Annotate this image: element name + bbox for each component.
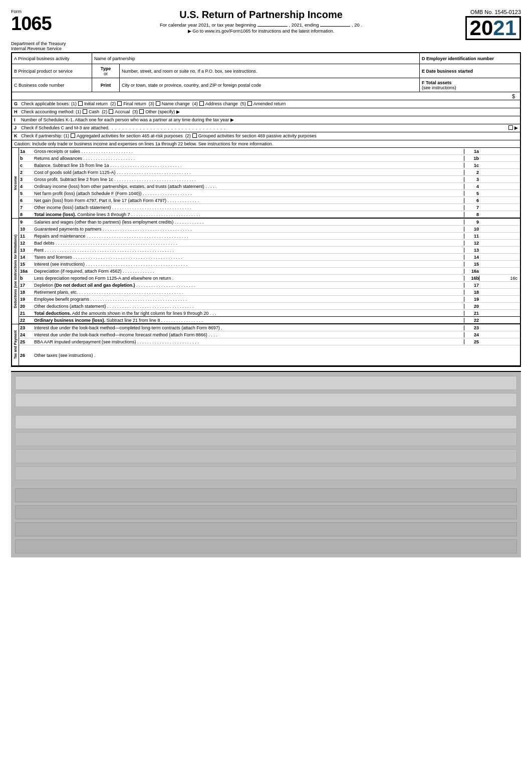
cal-year-20: , 20 xyxy=(352,22,360,28)
signature-area xyxy=(11,371,521,557)
line-10-num: 10 xyxy=(20,227,34,232)
line-1a: 1a Gross receipts or sales . . . . . . .… xyxy=(19,148,520,155)
field-a-name-cell[interactable]: Name of partnership xyxy=(92,53,420,64)
check-j-letter: J xyxy=(14,125,21,130)
form-number: 1065 xyxy=(11,14,71,33)
line-10-ref: 10 xyxy=(464,227,479,232)
field-a-label: A Principal business activity xyxy=(14,56,90,61)
line-16a-text: Depreciation (if required, attach Form 4… xyxy=(34,269,464,274)
field-c-print: Print xyxy=(101,83,111,88)
check-h-row: H Check accounting method: (1) Cash (2) … xyxy=(12,108,520,116)
check-k-2: (2) xyxy=(185,133,191,138)
line-13: 13 Rent . . . . . . . . . . . . . . . . … xyxy=(19,247,520,254)
dollar-sign: $ xyxy=(512,93,515,99)
field-c-label-cell: C Business code number xyxy=(12,78,92,92)
sig-line-8 xyxy=(15,505,517,519)
line-25-num: 25 xyxy=(20,339,34,344)
check-g-5: (5) xyxy=(240,101,246,106)
line-16b-text: Less depreciation reported on Form 1125-… xyxy=(34,276,464,281)
field-a-label-cell: A Principal business activity xyxy=(12,53,92,64)
line-6-num: 6 xyxy=(20,198,34,203)
line-1c: c Balance. Subtract line 1b from line 1a… xyxy=(19,162,520,169)
line-11-text: Repairs and maintenance . . . . . . . . … xyxy=(34,234,464,239)
line-7: 7 Other income (loss) (attach statement)… xyxy=(19,204,520,211)
check-k-agg-box[interactable] xyxy=(71,133,75,138)
check-k-agg: Aggregated activities for section 465 at… xyxy=(77,133,183,138)
check-g-address-box[interactable] xyxy=(199,101,204,106)
check-j-box[interactable] xyxy=(508,125,513,130)
check-g-name-box[interactable] xyxy=(156,101,160,106)
line-16b-amount: 16c xyxy=(479,276,519,281)
sig-line-7 xyxy=(15,488,517,502)
line-2-num: 2 xyxy=(20,170,34,175)
line-1c-ref: 1c xyxy=(464,163,479,168)
line-22: 22 Ordinary business income (loss). Subt… xyxy=(19,317,520,324)
line-15: 15 Interest (see instructions) . . . . .… xyxy=(19,261,520,268)
line-14: 14 Taxes and licenses . . . . . . . . . … xyxy=(19,254,520,261)
check-h-accrual: Accrual xyxy=(115,109,130,114)
line-1b-num: b xyxy=(20,156,34,161)
line-4: 4 Ordinary income (loss) from other part… xyxy=(19,183,520,190)
check-g-initial-box[interactable] xyxy=(78,101,83,106)
line-2-text: Cost of goods sold (attach Form 1125-A) … xyxy=(34,170,464,175)
check-g-initial: Initial return xyxy=(84,101,108,106)
line-26: 26 Other taxes (see instructions) . xyxy=(19,345,520,365)
sig-line-5 xyxy=(15,449,517,463)
check-h-cash-box[interactable] xyxy=(83,109,87,114)
check-g-1: (1) xyxy=(71,101,77,106)
line-1c-text: Balance. Subtract line 1b from line 1a .… xyxy=(34,163,464,168)
line-12-ref: 12 xyxy=(464,241,479,246)
line-11-ref: 11 xyxy=(464,234,479,239)
check-k-grouped-box[interactable] xyxy=(192,133,197,138)
line-25: 25 BBA AAR imputed underpayment (see ins… xyxy=(19,338,520,345)
line-1b-text: Returns and allowances . . . . . . . . .… xyxy=(34,156,464,161)
check-g-letter: G xyxy=(14,101,21,106)
check-h-accrual-box[interactable] xyxy=(109,109,113,114)
check-j-row: J Check if Schedules C and M-3 are attac… xyxy=(12,124,520,132)
check-h-text: Check accounting method: xyxy=(21,109,75,114)
line-9-ref: 9 xyxy=(464,220,479,225)
check-g-amended-box[interactable] xyxy=(247,101,252,106)
check-g-final-box[interactable] xyxy=(117,101,122,106)
field-c-label: C Business code number xyxy=(14,83,90,88)
line-20-text: Other deductions (attach statement) . . … xyxy=(34,304,464,309)
line-23: 23 Interest due under the look-back meth… xyxy=(19,324,520,331)
check-h-2: (2) xyxy=(102,109,107,114)
form-title: U.S. Return of Partnership Income xyxy=(76,9,446,21)
field-b-type: Type xyxy=(101,66,111,71)
check-i-letter: I xyxy=(14,117,21,122)
line-1a-num: 1a xyxy=(20,149,34,154)
field-f-cell: F Total assets (see instructions) xyxy=(420,78,520,92)
line-13-num: 13 xyxy=(20,248,34,253)
line-19-num: 19 xyxy=(20,297,34,302)
sig-line-4 xyxy=(15,432,517,446)
line-1a-text: Gross receipts or sales . . . . . . . . … xyxy=(34,149,464,154)
year-logo-20: 20 xyxy=(470,16,493,40)
line-24-ref: 24 xyxy=(464,332,479,337)
line-21-num: 21 xyxy=(20,311,34,316)
check-h-other-box[interactable] xyxy=(139,109,144,114)
sig-line-2 xyxy=(15,393,517,407)
field-b-or: or xyxy=(104,71,108,76)
field-c-desc-cell[interactable]: City or town, state or province, country… xyxy=(120,78,420,92)
line-14-text: Taxes and licenses . . . . . . . . . . .… xyxy=(34,255,464,260)
line-9-num: 9 xyxy=(20,220,34,225)
line-8-ref: 8 xyxy=(464,212,479,217)
line-16b-ref: 16b xyxy=(464,276,479,281)
field-b-desc-cell[interactable]: Number, street, and room or suite no. If… xyxy=(120,64,420,78)
line-22-num: 22 xyxy=(20,318,34,323)
year-logo-21: 21 xyxy=(493,16,516,40)
line-1a-ref: 1a xyxy=(464,149,479,154)
line-25-ref: 25 xyxy=(464,339,479,344)
line-5-num: 5 xyxy=(20,191,34,196)
omb-number: OMB No. 1545-0123 xyxy=(451,9,521,15)
line-24: 24 Interest due under the look-back meth… xyxy=(19,331,520,338)
check-g-row: G Check applicable boxes: (1) Initial re… xyxy=(12,100,520,108)
line-19-text: Employee benefit programs . . . . . . . … xyxy=(34,297,464,302)
line-21-ref: 21 xyxy=(464,311,479,316)
sig-line-1 xyxy=(15,376,517,390)
line-9: 9 Salaries and wages (other than to part… xyxy=(19,219,520,226)
line-16b: b Less depreciation reported on Form 112… xyxy=(19,275,520,282)
line-26-num: 26 xyxy=(20,353,34,358)
year-logo: 2021 xyxy=(465,16,521,40)
